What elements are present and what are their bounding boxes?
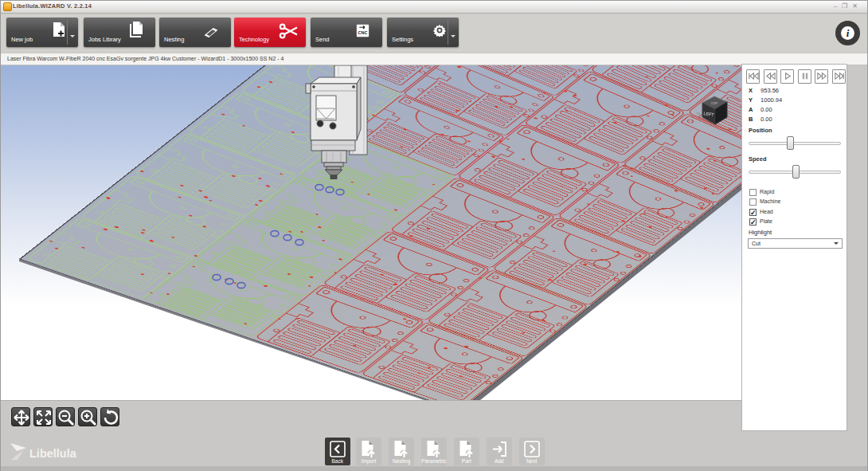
svg-text:CNC: CNC: [358, 30, 368, 35]
svg-text:TOP: TOP: [711, 101, 718, 106]
